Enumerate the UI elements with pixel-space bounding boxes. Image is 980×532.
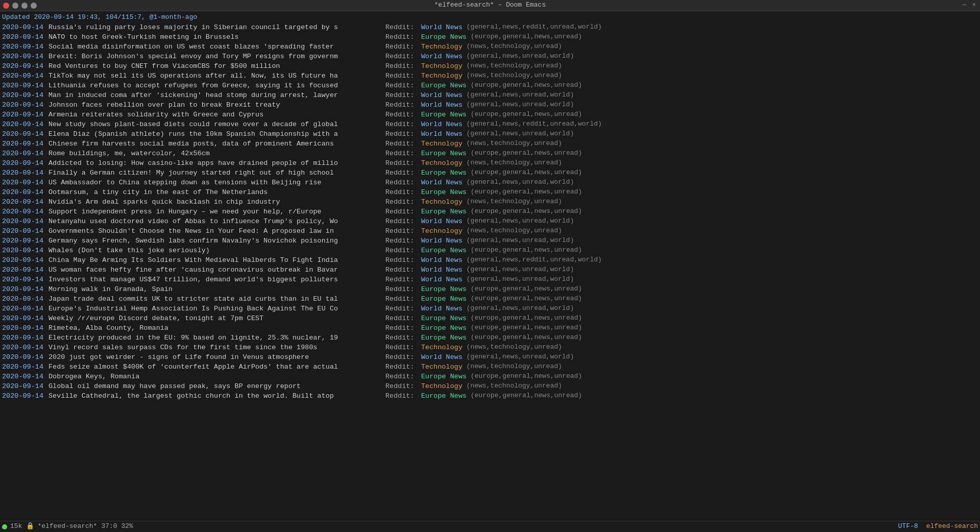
feed-name[interactable]: Europe News xyxy=(421,149,467,158)
window-resize-icon[interactable]: ─ xyxy=(963,1,966,10)
feed-name[interactable]: Europe News xyxy=(421,323,467,333)
feed-name[interactable]: Europe News xyxy=(421,32,467,42)
feed-name[interactable]: World News xyxy=(421,178,462,187)
feed-name[interactable]: World News xyxy=(421,22,462,32)
feed-name[interactable]: Technology xyxy=(421,362,462,372)
feed-row[interactable]: 2020-09-14Russia's ruling party loses ma… xyxy=(0,22,980,32)
feed-title[interactable]: Nvidia's Arm deal sparks quick backlash … xyxy=(48,197,385,207)
feed-row[interactable]: 2020-09-14Global oil demand may have pas… xyxy=(0,381,980,391)
feed-row[interactable]: 2020-09-14US Ambassador to China steppin… xyxy=(0,178,980,187)
feed-row[interactable]: 2020-09-14Red Ventures to buy CNET from … xyxy=(0,61,980,71)
feed-name[interactable]: Europe News xyxy=(421,294,467,304)
feed-name[interactable]: Europe News xyxy=(421,187,467,197)
feed-title[interactable]: Netanyahu used doctored video of Abbas t… xyxy=(48,216,385,226)
feed-row[interactable]: 2020-09-14Japan trade deal commits UK to… xyxy=(0,294,980,304)
feed-name[interactable]: Europe News xyxy=(421,207,467,216)
feed-title[interactable]: Global oil demand may have passed peak, … xyxy=(48,381,385,391)
feed-title[interactable]: Armenia reiterates solidarity with Greec… xyxy=(48,110,385,119)
feed-name[interactable]: Europe News xyxy=(421,110,467,119)
feed-title[interactable]: Addicted to losing: How casino-like apps… xyxy=(48,158,385,168)
feed-row[interactable]: 2020-09-14Seville Cathedral, the largest… xyxy=(0,391,980,401)
feed-row[interactable]: 2020-09-14Rome buildings, me, watercolor… xyxy=(0,149,980,158)
feed-name[interactable]: Technology xyxy=(421,139,462,149)
feed-name[interactable]: Technology xyxy=(421,343,462,352)
feed-row[interactable]: 2020-09-14New study shows plant-based di… xyxy=(0,119,980,129)
feed-name[interactable]: World News xyxy=(421,236,462,246)
feed-title[interactable]: Johnson faces rebellion over plan to bre… xyxy=(48,100,385,110)
feed-name[interactable]: Europe News xyxy=(421,391,467,401)
feed-row[interactable]: 2020-09-14Ootmarsum, a tiny city in the … xyxy=(0,187,980,197)
feed-name[interactable]: World News xyxy=(421,216,462,226)
feed-row[interactable]: 2020-09-14Social media disinformation on… xyxy=(0,42,980,52)
feed-title[interactable]: Brexit: Boris Johnson's special envoy an… xyxy=(48,52,385,61)
feed-title[interactable]: Red Ventures to buy CNET from ViacomCBS … xyxy=(48,61,385,71)
feed-title[interactable]: Rome buildings, me, watercolor, 42x56cm xyxy=(48,149,385,158)
feed-name[interactable]: Europe News xyxy=(421,168,467,178)
feed-row[interactable]: 2020-09-14Support independent press in H… xyxy=(0,207,980,216)
feed-row[interactable]: 2020-09-14Europe's Industrial Hemp Assoc… xyxy=(0,304,980,313)
feed-title[interactable]: Elena Diaz (Spanish athlete) runs the 10… xyxy=(48,129,385,139)
feed-row[interactable]: 2020-09-14Lithuania refuses to accept re… xyxy=(0,81,980,90)
feed-name[interactable]: Technology xyxy=(421,42,462,52)
feed-row[interactable]: 2020-09-14Elena Diaz (Spanish athlete) r… xyxy=(0,129,980,139)
feed-row[interactable]: 2020-09-14Chinese firm harvests social m… xyxy=(0,139,980,149)
feed-row[interactable]: 2020-09-14Johnson faces rebellion over p… xyxy=(0,100,980,110)
feed-row[interactable]: 2020-09-14Weekly /r/europe Discord debat… xyxy=(0,313,980,323)
feed-name[interactable]: Technology xyxy=(421,197,462,207)
feed-name[interactable]: World News xyxy=(421,52,462,61)
feed-row[interactable]: 2020-09-14Nvidia's Arm deal sparks quick… xyxy=(0,197,980,207)
feed-name[interactable]: Europe News xyxy=(421,246,467,255)
feed-title[interactable]: Russia's ruling party loses majority in … xyxy=(48,22,385,32)
feed-name[interactable]: World News xyxy=(421,304,462,313)
feed-title[interactable]: Germany says French, Swedish labs confir… xyxy=(48,236,385,246)
feed-row[interactable]: 2020-09-14Feds seize almost $400K of 'co… xyxy=(0,362,980,372)
feed-row[interactable]: 2020-09-14Germany says French, Swedish l… xyxy=(0,236,980,246)
min-button[interactable] xyxy=(12,3,18,9)
feed-title[interactable]: Man in induced coma after 'sickening' he… xyxy=(48,90,385,100)
feed-name[interactable]: World News xyxy=(421,255,462,265)
feed-name[interactable]: Technology xyxy=(421,61,462,71)
feed-title[interactable]: Governments Shouldn't Choose the News in… xyxy=(48,226,385,236)
feed-title[interactable]: Rimetea, Alba County, Romania xyxy=(48,323,385,333)
close-button[interactable] xyxy=(3,3,9,9)
feed-title[interactable]: Finally a German citizen! My journey sta… xyxy=(48,168,385,178)
feed-title[interactable]: Support independent press in Hungary – w… xyxy=(48,207,385,216)
feed-row[interactable]: 2020-09-14Electricity produced in the EU… xyxy=(0,333,980,343)
feed-row[interactable]: 2020-09-14Brexit: Boris Johnson's specia… xyxy=(0,52,980,61)
feed-title[interactable]: Morning walk in Granada, Spain xyxy=(48,284,385,294)
feed-row[interactable]: 2020-09-14Whales (Don't take this joke s… xyxy=(0,246,980,255)
feed-name[interactable]: Europe News xyxy=(421,333,467,343)
feed-name[interactable]: World News xyxy=(421,265,462,275)
max-button[interactable] xyxy=(21,3,28,9)
feed-name[interactable]: World News xyxy=(421,352,462,362)
feed-row[interactable]: 2020-09-14Armenia reiterates solidarity … xyxy=(0,110,980,119)
feed-title[interactable]: China May Be Arming Its Soldiers With Me… xyxy=(48,255,385,265)
feed-row[interactable]: 2020-09-14Netanyahu used doctored video … xyxy=(0,216,980,226)
feed-row[interactable]: 2020-09-14China May Be Arming Its Soldie… xyxy=(0,255,980,265)
feed-name[interactable]: Technology xyxy=(421,158,462,168)
feed-title[interactable]: Dobrogea Keys, Romania xyxy=(48,372,385,381)
feed-name[interactable]: Europe News xyxy=(421,372,467,381)
feed-row[interactable]: 2020-09-14Vinyl record sales surpass CDs… xyxy=(0,343,980,352)
feed-title[interactable]: Social media disinformation on US west c… xyxy=(48,42,385,52)
feed-name[interactable]: Technology xyxy=(421,71,462,81)
feed-title[interactable]: NATO to host Greek-Turkish meeting in Br… xyxy=(48,32,385,42)
feed-row[interactable]: 2020-09-142020 just got weirder - signs … xyxy=(0,352,980,362)
feed-title[interactable]: TikTok may not sell its US operations af… xyxy=(48,71,385,81)
feed-title[interactable]: Whales (Don't take this joke seriously) xyxy=(48,246,385,255)
feed-name[interactable]: World News xyxy=(421,129,462,139)
feed-name[interactable]: World News xyxy=(421,90,462,100)
feed-title[interactable]: Ootmarsum, a tiny city in the east of Th… xyxy=(48,187,385,197)
feed-title[interactable]: Weekly /r/europe Discord debate, tonight… xyxy=(48,313,385,323)
feed-name[interactable]: Europe News xyxy=(421,284,467,294)
feed-row[interactable]: 2020-09-14Man in induced coma after 'sic… xyxy=(0,90,980,100)
feed-title[interactable]: Seville Cathedral, the largest gothic ch… xyxy=(48,391,385,401)
feed-title[interactable]: Lithuania refuses to accept refugees fro… xyxy=(48,81,385,90)
feed-title[interactable]: Feds seize almost $400K of 'counterfeit … xyxy=(48,362,385,372)
feed-row[interactable]: 2020-09-14Investors that manage US$47 tr… xyxy=(0,275,980,284)
feed-row[interactable]: 2020-09-14Addicted to losing: How casino… xyxy=(0,158,980,168)
feed-title[interactable]: US woman faces hefty fine after 'causing… xyxy=(48,265,385,275)
window-close-icon[interactable]: × xyxy=(972,1,976,10)
feed-name[interactable]: Europe News xyxy=(421,313,467,323)
feed-name[interactable]: Europe News xyxy=(421,81,467,90)
